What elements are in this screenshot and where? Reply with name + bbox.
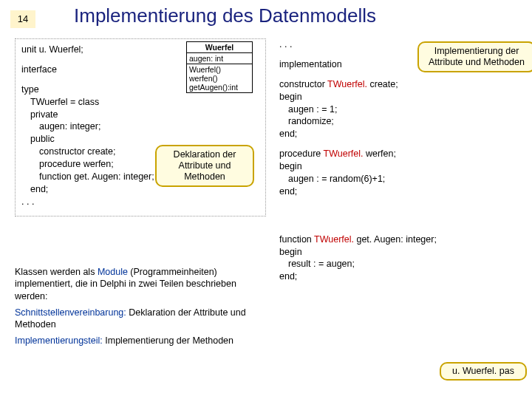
code-line: procedure TWuerfel. werfen; xyxy=(279,148,520,160)
text: Klassen werden als xyxy=(15,267,98,277)
code-line: randomize; xyxy=(279,115,520,128)
code-line: augen : = random(6)+1; xyxy=(279,173,520,185)
term-implementation: Implementierungsteil: xyxy=(15,335,103,346)
explanation-text: Klassen werden als Module (Programmeinhe… xyxy=(15,266,259,347)
code-line: begin xyxy=(279,91,520,103)
interface-code-box: unit u. Wuerfel; interface type TWuerfel… xyxy=(15,38,266,216)
code-text: constructor xyxy=(279,79,327,89)
type-name: TWuerfel. xyxy=(327,79,367,89)
code-line: private xyxy=(21,109,259,121)
code-text: procedure xyxy=(279,149,324,159)
code-line: constructor TWuerfel. create; xyxy=(279,78,520,91)
code-line: augen : = 1; xyxy=(279,103,520,116)
code-line: result : = augen; xyxy=(279,258,520,270)
code-line: augen: integer; xyxy=(21,120,259,133)
code-line: . . . xyxy=(21,196,259,208)
paragraph: Schnittstellenvereinbarung: Deklaration … xyxy=(15,307,259,331)
code-line: begin xyxy=(279,246,520,259)
page-number-badge: 14 xyxy=(10,10,35,28)
code-line: . . . xyxy=(279,38,520,51)
code-line: begin xyxy=(279,160,520,173)
type-name: TWuerfel. xyxy=(324,149,364,159)
code-line: end; xyxy=(279,185,520,198)
callout-declaration: Deklaration der Attribute und Methoden xyxy=(155,145,254,187)
code-text: function xyxy=(279,234,314,245)
code-line: type xyxy=(21,83,259,96)
code-line: TWuerfel = class xyxy=(21,96,259,109)
code-line: function TWuerfel. get. Augen: integer; xyxy=(279,233,520,246)
term-module: Module xyxy=(98,267,128,277)
code-line: end; xyxy=(279,270,520,283)
code-line: interface xyxy=(21,64,259,76)
paragraph: Klassen werden als Module (Programmeinhe… xyxy=(15,266,259,302)
paragraph: Implementierungsteil: Implementierung de… xyxy=(15,335,259,347)
text: Implementierung der Methoden xyxy=(103,335,233,346)
code-line: implementation xyxy=(279,58,520,71)
code-text: get. Augen: integer; xyxy=(354,234,437,245)
code-text: create; xyxy=(367,79,398,89)
code-line: end; xyxy=(279,128,520,140)
code-line: unit u. Wuerfel; xyxy=(21,44,259,56)
code-text: werfen; xyxy=(364,149,396,159)
slide-title: Implementierung des Datenmodells xyxy=(74,4,376,27)
callout-filename: u. Wuerfel. pas xyxy=(440,362,527,381)
implementation-code: . . . implementation constructor TWuerfe… xyxy=(279,38,520,283)
type-name: TWuerfel. xyxy=(314,234,354,245)
term-interface: Schnittstellenvereinbarung: xyxy=(15,307,126,318)
code-line: public xyxy=(21,133,259,146)
